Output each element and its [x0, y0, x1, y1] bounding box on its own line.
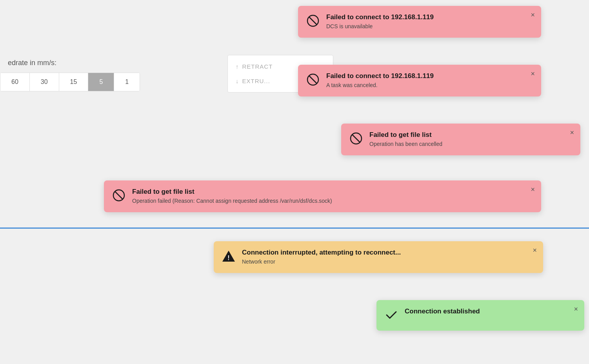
- toast-title-toast6: Connection established: [405, 307, 480, 316]
- speed-selector: 60 30 15 5 1: [0, 73, 140, 91]
- ban-icon: [349, 131, 363, 146]
- toast-close-toast4[interactable]: ×: [531, 186, 535, 193]
- toast-toast6: Connection established×: [376, 300, 584, 331]
- speed-btn-5[interactable]: 5: [88, 73, 114, 91]
- toast-title-toast5: Connection interrupted, attempting to re…: [242, 248, 401, 257]
- toast-title-toast3: Failed to get file list: [369, 131, 442, 139]
- toast-close-toast2[interactable]: ×: [531, 70, 535, 77]
- toast-subtitle-toast5: Network error: [242, 258, 401, 266]
- error-icon-toast3: [349, 131, 363, 147]
- svg-line-5: [352, 135, 360, 142]
- ban-icon: [306, 73, 320, 87]
- horizontal-divider: [0, 228, 589, 229]
- toast-toast1: Failed to connect to 192.168.1.119DCS is…: [298, 6, 541, 38]
- speed-btn-1[interactable]: 1: [114, 73, 140, 91]
- toast-subtitle-toast3: Operation has been cancelled: [369, 140, 442, 148]
- toast-content-toast6: Connection established: [405, 307, 480, 316]
- toast-close-toast1[interactable]: ×: [531, 11, 535, 18]
- success-icon-toast6: [384, 308, 398, 324]
- toast-content-toast5: Connection interrupted, attempting to re…: [242, 248, 401, 266]
- toast-title-toast1: Failed to connect to 192.168.1.119: [326, 13, 434, 22]
- speed-btn-15[interactable]: 15: [59, 73, 89, 91]
- toast-toast3: Failed to get file listOperation has bee…: [341, 124, 580, 155]
- toast-toast4: Failed to get file listOperation failed …: [104, 180, 541, 212]
- speed-btn-60[interactable]: 60: [0, 73, 30, 91]
- toast-subtitle-toast4: Operation failed (Reason: Cannot assign …: [132, 197, 332, 205]
- toast-content-toast3: Failed to get file listOperation has bee…: [369, 131, 442, 148]
- toast-close-toast3[interactable]: ×: [570, 129, 574, 136]
- extrude-arrow-icon: ↓: [236, 78, 239, 84]
- warning-icon: !: [222, 249, 236, 263]
- error-icon-toast4: [112, 188, 126, 204]
- toast-content-toast4: Failed to get file listOperation failed …: [132, 187, 332, 205]
- toast-toast5: ! Connection interrupted, attempting to …: [214, 241, 543, 273]
- toast-title-toast4: Failed to get file list: [132, 187, 332, 196]
- svg-line-3: [309, 76, 317, 84]
- toast-subtitle-toast1: DCS is unavailable: [326, 23, 434, 31]
- extrude-label: EXTRU...: [242, 78, 270, 84]
- retract-button[interactable]: ↑ RETRACT: [236, 59, 273, 74]
- toast-title-toast2: Failed to connect to 192.168.1.119: [326, 72, 434, 80]
- warning-icon-toast5: !: [222, 249, 236, 265]
- retract-label: RETRACT: [242, 63, 273, 70]
- speed-btn-30[interactable]: 30: [30, 73, 59, 91]
- toast-close-toast6[interactable]: ×: [574, 306, 578, 313]
- svg-line-1: [309, 17, 317, 25]
- toast-content-toast1: Failed to connect to 192.168.1.119DCS is…: [326, 13, 434, 31]
- toast-toast2: Failed to connect to 192.168.1.119A task…: [298, 65, 541, 96]
- retract-arrow-icon: ↑: [236, 63, 239, 70]
- check-icon: [384, 308, 398, 322]
- svg-text:!: !: [227, 255, 229, 261]
- toast-close-toast5[interactable]: ×: [533, 247, 537, 254]
- extrude-button[interactable]: ↓ EXTRU...: [236, 74, 270, 88]
- error-icon-toast2: [306, 73, 320, 88]
- ban-icon: [306, 14, 320, 28]
- feedrate-label: edrate in mm/s:: [0, 55, 64, 71]
- error-icon-toast1: [306, 14, 320, 29]
- toast-content-toast2: Failed to connect to 192.168.1.119A task…: [326, 72, 434, 89]
- toast-subtitle-toast2: A task was canceled.: [326, 82, 434, 89]
- svg-line-7: [115, 191, 123, 199]
- ban-icon: [112, 188, 126, 202]
